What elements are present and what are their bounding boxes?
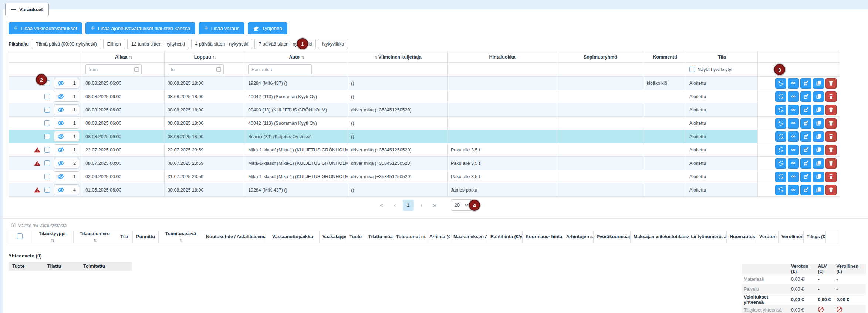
sync-button[interactable] — [775, 158, 786, 169]
delete-button[interactable] — [825, 118, 837, 129]
orders-column-A-hintojen summa: A-hintojen summa — [563, 231, 594, 243]
delete-button[interactable] — [825, 131, 837, 142]
copy-button[interactable] — [813, 105, 824, 115]
reservations-panel-toggle[interactable]: Varaukset — [5, 3, 49, 16]
edit-button[interactable] — [800, 185, 811, 195]
visibility-count-button[interactable]: 1 — [54, 131, 79, 142]
pagination-last-button[interactable]: » — [429, 200, 440, 211]
start-date-filter-input[interactable] — [85, 64, 142, 74]
column-header-Viimeinen kuljettaja[interactable]: ↑↓ Viimeinen kuljettaja — [348, 51, 448, 63]
link-orders-button[interactable]: ∞ — [788, 118, 799, 129]
pagination-prev-button[interactable]: ‹ — [389, 200, 401, 211]
pagination-next-button[interactable]: › — [416, 200, 427, 211]
edit-button[interactable] — [800, 145, 811, 155]
visibility-count-button[interactable]: 1 — [54, 104, 79, 115]
sync-button[interactable] — [775, 131, 786, 142]
visibility-count-button[interactable]: 1 — [54, 78, 79, 89]
orders-select-all-header[interactable] — [9, 231, 31, 243]
cell-alkaa: 08.08.2025 06:00 — [82, 90, 165, 103]
sync-button[interactable] — [775, 145, 786, 155]
visibility-count-button[interactable]: 1 — [54, 91, 79, 102]
column-header-Alkaa[interactable]: Alkaa ↑↓ — [82, 51, 165, 63]
copy-button[interactable] — [813, 185, 824, 195]
sync-button[interactable] — [775, 172, 786, 182]
sync-button[interactable] — [775, 185, 786, 195]
row-select-checkbox[interactable] — [44, 147, 50, 153]
cell-hintaluokka: Paku alle 3,5 t — [448, 143, 557, 157]
link-orders-button[interactable]: ∞ — [788, 131, 799, 142]
quick-filter-chip-3[interactable]: 12 tuntia sitten - nykyhetki — [127, 39, 189, 49]
orders-column-Tilausnumero[interactable]: Tilausnumero↑↓ — [74, 231, 116, 243]
visibility-count-button[interactable]: 4 — [54, 184, 79, 195]
sync-button[interactable] — [775, 91, 786, 102]
orders-column-Kuormaus- hinta (€/yks.): Kuormaus- hinta (€/yks.) — [523, 231, 563, 243]
edit-button[interactable] — [800, 78, 811, 89]
edit-button[interactable] — [800, 158, 811, 169]
delete-button[interactable] — [825, 145, 837, 155]
copy-button[interactable] — [813, 118, 824, 129]
totals-row-2: Palvelu0,00 €-- — [742, 284, 866, 294]
vehicle-search-input[interactable] — [248, 64, 312, 74]
edit-button[interactable] — [800, 118, 811, 129]
link-orders-button[interactable]: ∞ — [788, 78, 799, 89]
orders-column-Tilaustyyppi[interactable]: Tilaustyyppi↑↓ — [31, 231, 74, 243]
link-orders-button[interactable]: ∞ — [788, 158, 799, 169]
delete-button[interactable] — [825, 158, 837, 169]
copy-button[interactable] — [813, 158, 824, 169]
link-orders-button[interactable]: ∞ — [788, 172, 799, 182]
column-header-Auto[interactable]: Auto ↑↓ — [245, 51, 348, 63]
pagination-page-1-button[interactable]: 1 — [403, 200, 414, 211]
orders-column-Toimituspäivä[interactable]: Toimituspäivä↑↓ — [159, 231, 203, 243]
row-select-checkbox[interactable] — [44, 160, 50, 166]
edit-button[interactable] — [800, 91, 811, 102]
row-select-checkbox[interactable] — [44, 174, 50, 179]
row-select-checkbox[interactable] — [44, 187, 50, 193]
visibility-count-button[interactable]: 1 — [54, 118, 79, 129]
delete-button[interactable] — [825, 185, 837, 195]
show-approved-toggle[interactable]: Näytä hyväksytyt — [689, 67, 754, 72]
row-select-checkbox[interactable] — [44, 134, 50, 139]
row-select-checkbox[interactable] — [44, 120, 50, 126]
link-orders-button[interactable]: ∞ — [788, 185, 799, 195]
end-date-filter-input[interactable] — [168, 64, 224, 74]
quick-filter-chip-6[interactable]: Nykyviikko — [318, 39, 348, 49]
edit-button[interactable] — [800, 131, 811, 142]
toolbar-button-4[interactable]: Tyhjennä — [248, 22, 287, 34]
delete-button[interactable] — [825, 91, 837, 102]
visibility-count-button[interactable]: 1 — [54, 144, 79, 155]
quick-filter-chip-1[interactable]: Tämä päivä (00:00-nykyhetki) — [32, 39, 101, 49]
link-orders-button[interactable]: ∞ — [788, 145, 799, 155]
show-approved-checkbox[interactable] — [689, 67, 695, 72]
visibility-count-button[interactable]: 1 — [54, 171, 79, 182]
sync-button[interactable] — [775, 118, 786, 129]
row-select-checkbox[interactable] — [44, 107, 50, 113]
cell-alkaa: 01.05.2025 06:00 — [82, 183, 165, 197]
totals-table: Veroton (€)ALV (€)Verollinen (€)Materiaa… — [742, 264, 866, 313]
delete-button[interactable] — [825, 105, 837, 115]
edit-button[interactable] — [800, 172, 811, 182]
copy-button[interactable] — [813, 145, 824, 155]
sync-button[interactable] — [775, 105, 786, 115]
row-select-checkbox[interactable] — [44, 94, 50, 99]
toolbar-button-2[interactable]: +Lisää ajoneuvovaraukset tilausten kanss… — [85, 22, 195, 34]
link-orders-button[interactable]: ∞ — [788, 91, 799, 102]
orders-select-all-checkbox[interactable] — [17, 233, 23, 239]
delete-button[interactable] — [825, 172, 837, 182]
quick-filter-chip-4[interactable]: 4 päivää sitten - nykyhetki — [191, 39, 253, 49]
copy-button[interactable] — [813, 172, 824, 182]
toolbar-button-3[interactable]: +Lisää varaus — [199, 22, 244, 34]
sync-button[interactable] — [775, 78, 786, 89]
pagination-first-button[interactable]: « — [376, 200, 387, 211]
column-header-Loppuu[interactable]: Loppuu ↑↓ — [165, 51, 245, 63]
delete-button[interactable] — [825, 78, 837, 89]
visibility-count-button[interactable]: 2 — [54, 158, 79, 169]
eye-slash-icon — [57, 160, 64, 166]
copy-button[interactable] — [813, 131, 824, 142]
edit-button[interactable] — [800, 105, 811, 115]
copy-button[interactable] — [813, 78, 824, 89]
quick-filter-chip-2[interactable]: Eilinen — [103, 39, 125, 49]
link-orders-button[interactable]: ∞ — [788, 105, 799, 115]
copy-button[interactable] — [813, 91, 824, 102]
reservation-row-2: 108.08.2025 06:0008.08.2025 18:0040042 (… — [9, 90, 840, 103]
toolbar-button-1[interactable]: +Lisää vakioautovaraukset — [9, 22, 82, 34]
